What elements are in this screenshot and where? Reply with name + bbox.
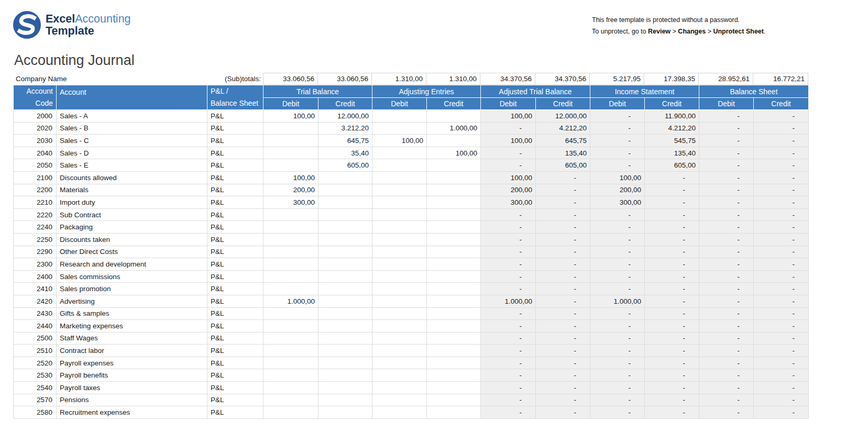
account-code-cell[interactable]: 2030 — [14, 135, 57, 147]
pl-type-cell[interactable]: P&L — [207, 320, 263, 333]
tb-credit-cell[interactable] — [318, 382, 372, 394]
ae-credit-cell[interactable] — [427, 184, 481, 196]
account-code-cell[interactable]: 2580 — [14, 406, 57, 419]
tb-debit-cell[interactable] — [263, 147, 318, 159]
account-name-cell[interactable]: Discounts taken — [57, 233, 207, 246]
account-name-cell[interactable]: Pensions — [57, 394, 207, 406]
ae-debit-cell[interactable] — [372, 283, 427, 295]
ae-credit-cell[interactable] — [427, 208, 481, 221]
account-code-cell[interactable]: 2020 — [14, 122, 57, 135]
tb-debit-cell[interactable] — [263, 382, 318, 394]
ae-debit-cell[interactable] — [372, 110, 427, 123]
account-code-cell[interactable]: 2290 — [14, 246, 57, 258]
account-name-cell[interactable]: Sales - D — [57, 147, 207, 159]
tb-debit-cell[interactable] — [263, 283, 318, 295]
pl-type-cell[interactable]: P&L — [207, 369, 263, 382]
tb-credit-cell[interactable] — [318, 295, 372, 307]
tb-credit-cell[interactable] — [318, 221, 372, 234]
ae-credit-cell[interactable] — [427, 369, 481, 382]
account-name-cell[interactable]: Sales commissions — [57, 270, 207, 283]
tb-debit-cell[interactable] — [263, 332, 318, 345]
pl-type-cell[interactable]: P&L — [207, 147, 263, 159]
account-code-cell[interactable]: 2050 — [14, 159, 57, 172]
ae-debit-cell[interactable] — [372, 406, 427, 419]
account-code-cell[interactable]: 2440 — [14, 320, 57, 333]
pl-type-cell[interactable]: P&L — [207, 159, 263, 172]
account-code-cell[interactable]: 2300 — [14, 258, 57, 271]
account-name-cell[interactable]: Sales - E — [57, 159, 207, 172]
ae-debit-cell[interactable] — [372, 345, 427, 357]
account-code-cell[interactable]: 2040 — [14, 147, 57, 159]
ae-debit-cell[interactable] — [372, 246, 427, 258]
tb-debit-cell[interactable] — [263, 307, 318, 320]
pl-type-cell[interactable]: P&L — [207, 332, 263, 345]
ae-debit-cell[interactable] — [372, 184, 427, 196]
tb-debit-cell[interactable] — [263, 159, 318, 172]
tb-credit-cell[interactable] — [318, 184, 372, 196]
pl-type-cell[interactable]: P&L — [207, 258, 263, 271]
tb-credit-cell[interactable] — [318, 320, 372, 333]
ae-debit-cell[interactable] — [372, 159, 427, 172]
ae-credit-cell[interactable] — [427, 270, 481, 283]
account-name-cell[interactable]: Other Direct Costs — [57, 246, 207, 258]
ae-credit-cell[interactable] — [427, 159, 481, 172]
tb-debit-cell[interactable] — [263, 345, 318, 357]
account-code-cell[interactable]: 2520 — [14, 357, 57, 369]
pl-type-cell[interactable]: P&L — [207, 221, 263, 234]
pl-type-cell[interactable]: P&L — [207, 307, 263, 320]
account-name-cell[interactable]: Advertising — [57, 295, 207, 307]
pl-type-cell[interactable]: P&L — [207, 135, 263, 147]
tb-debit-cell[interactable] — [263, 406, 318, 419]
account-code-cell[interactable]: 2530 — [14, 369, 57, 382]
tb-debit-cell[interactable] — [263, 369, 318, 382]
pl-type-cell[interactable]: P&L — [207, 270, 263, 283]
account-code-cell[interactable]: 2220 — [14, 208, 57, 221]
ae-debit-cell[interactable] — [372, 270, 427, 283]
account-name-cell[interactable]: Contract labor — [57, 345, 207, 357]
pl-type-cell[interactable]: P&L — [207, 382, 263, 394]
tb-credit-cell[interactable]: 3.212,20 — [318, 122, 372, 135]
ae-debit-cell[interactable] — [372, 332, 427, 345]
ae-credit-cell[interactable] — [427, 135, 481, 147]
tb-debit-cell[interactable] — [263, 135, 318, 147]
ae-credit-cell[interactable] — [427, 258, 481, 271]
account-code-cell[interactable]: 2200 — [14, 184, 57, 196]
account-code-cell[interactable]: 2000 — [14, 110, 57, 123]
account-code-cell[interactable]: 2250 — [14, 233, 57, 246]
pl-type-cell[interactable]: P&L — [207, 171, 263, 184]
ae-debit-cell[interactable] — [372, 357, 427, 369]
ae-credit-cell[interactable]: 100,00 — [427, 147, 481, 159]
pl-type-cell[interactable]: P&L — [207, 122, 263, 135]
account-name-cell[interactable]: Payroll benefits — [57, 369, 207, 382]
account-code-cell[interactable]: 2510 — [14, 345, 57, 357]
ae-debit-cell[interactable] — [372, 320, 427, 333]
account-name-cell[interactable]: Marketing expenses — [57, 320, 207, 333]
ae-credit-cell[interactable] — [427, 307, 481, 320]
account-name-cell[interactable]: Packaging — [57, 221, 207, 234]
account-name-cell[interactable]: Sales promotion — [57, 283, 207, 295]
ae-credit-cell[interactable] — [427, 406, 481, 419]
tb-debit-cell[interactable]: 100,00 — [263, 171, 318, 184]
account-name-cell[interactable]: Materials — [57, 184, 207, 196]
ae-debit-cell[interactable] — [372, 221, 427, 234]
ae-debit-cell[interactable] — [372, 307, 427, 320]
ae-credit-cell[interactable] — [427, 345, 481, 357]
account-name-cell[interactable]: Payroll taxes — [57, 382, 207, 394]
pl-type-cell[interactable]: P&L — [207, 110, 263, 123]
ae-credit-cell[interactable] — [427, 171, 481, 184]
account-name-cell[interactable]: Research and development — [57, 258, 207, 271]
ae-debit-cell[interactable] — [372, 382, 427, 394]
ae-debit-cell[interactable]: 100,00 — [372, 135, 427, 147]
tb-debit-cell[interactable]: 100,00 — [263, 110, 318, 123]
account-name-cell[interactable]: Discounts allowed — [57, 171, 207, 184]
tb-debit-cell[interactable] — [263, 394, 318, 406]
ae-debit-cell[interactable] — [372, 258, 427, 271]
tb-debit-cell[interactable] — [263, 258, 318, 271]
pl-type-cell[interactable]: P&L — [207, 246, 263, 258]
tb-credit-cell[interactable] — [318, 406, 372, 419]
tb-debit-cell[interactable] — [263, 233, 318, 246]
tb-credit-cell[interactable] — [318, 394, 372, 406]
ae-credit-cell[interactable] — [427, 357, 481, 369]
ae-credit-cell[interactable] — [427, 221, 481, 234]
tb-debit-cell[interactable] — [263, 246, 318, 258]
